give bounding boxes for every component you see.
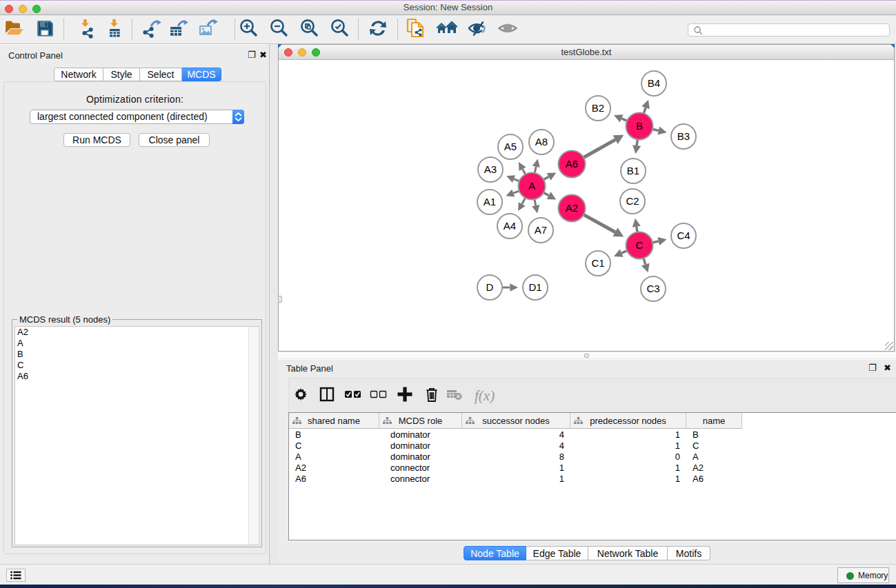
svg-text:C4: C4: [677, 230, 690, 241]
svg-text:C3: C3: [646, 283, 659, 294]
svg-text:A7: A7: [535, 224, 547, 236]
svg-text:A6: A6: [566, 158, 578, 170]
svg-text:C2: C2: [626, 195, 639, 207]
svg-text:A5: A5: [504, 141, 517, 152]
svg-text:B3: B3: [677, 130, 690, 142]
svg-text:C: C: [636, 239, 644, 251]
svg-text:B1: B1: [627, 165, 639, 176]
svg-text:B4: B4: [648, 77, 660, 89]
svg-text:D: D: [486, 281, 494, 293]
svg-text:A3: A3: [484, 163, 497, 175]
svg-text:B2: B2: [592, 102, 604, 114]
svg-text:A: A: [528, 180, 535, 192]
svg-text:A1: A1: [484, 196, 496, 207]
svg-text:A4: A4: [504, 220, 516, 232]
svg-text:A8: A8: [535, 136, 548, 148]
svg-text:B: B: [636, 120, 643, 132]
svg-text:D1: D1: [528, 281, 541, 293]
svg-text:C1: C1: [591, 257, 604, 269]
svg-text:A2: A2: [566, 202, 578, 214]
